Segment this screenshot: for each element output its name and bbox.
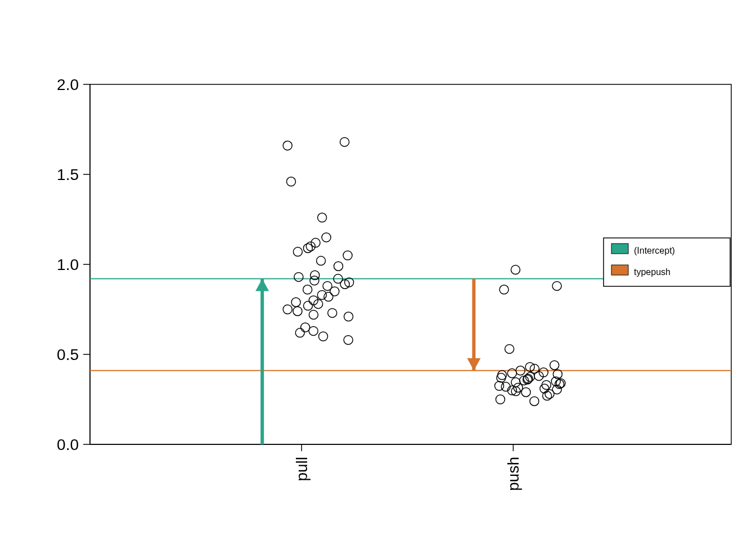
data-point xyxy=(496,395,505,404)
y-tick-2: 1.0 xyxy=(57,256,90,273)
x-tick-1: push xyxy=(505,444,522,491)
y-tick-label-2: 1.0 xyxy=(57,256,79,273)
data-point xyxy=(293,248,302,256)
data-point xyxy=(294,272,303,281)
data-point xyxy=(317,290,326,299)
data-point xyxy=(330,287,339,296)
data-point xyxy=(309,310,318,320)
y-tick-label-3: 1.5 xyxy=(57,166,79,183)
data-point xyxy=(505,344,514,353)
data-point xyxy=(318,213,327,222)
data-point xyxy=(343,251,352,260)
data-point xyxy=(511,266,520,274)
data-point xyxy=(545,389,554,398)
data-point xyxy=(550,361,559,370)
data-point xyxy=(328,308,337,317)
x-tick-0: pull xyxy=(293,444,310,482)
data-point xyxy=(291,298,300,307)
legend-item-0: (Intercept) xyxy=(611,244,675,255)
x-tick-label-0: pull xyxy=(293,457,310,482)
x-tick-label-1: push xyxy=(505,457,522,491)
data-point xyxy=(295,328,304,338)
legend: (Intercept) typepush xyxy=(604,238,730,286)
data-point xyxy=(322,233,331,242)
data-point xyxy=(283,305,292,314)
data-point xyxy=(311,238,320,248)
y-tick-label-1: 0.5 xyxy=(57,346,79,363)
svg-marker-10 xyxy=(467,358,480,371)
data-point xyxy=(301,323,310,332)
data-point xyxy=(340,137,349,146)
svg-marker-8 xyxy=(255,279,269,291)
legend-swatch-intercept xyxy=(611,244,628,254)
data-point xyxy=(334,262,343,271)
data-point xyxy=(304,302,313,310)
typepush-arrow xyxy=(467,279,480,371)
data-point xyxy=(344,312,353,321)
intercept-arrow xyxy=(255,279,269,444)
legend-label-0: (Intercept) xyxy=(634,246,675,255)
chart-container: 0.0 0.5 1.0 1.5 2.0 pull push xyxy=(0,0,756,540)
data-point xyxy=(324,292,333,302)
data-point xyxy=(511,378,520,387)
y-tick-0: 0.0 xyxy=(57,436,90,453)
data-point xyxy=(303,244,312,253)
data-point xyxy=(286,177,295,186)
legend-label-1: typepush xyxy=(634,267,670,277)
data-point xyxy=(521,388,530,397)
y-tick-label-0: 0.0 xyxy=(57,436,79,453)
data-point xyxy=(552,281,561,290)
legend-item-1: typepush xyxy=(611,265,670,277)
data-point xyxy=(500,285,508,294)
legend-swatch-typepush xyxy=(611,265,628,275)
data-point xyxy=(344,335,353,344)
data-point xyxy=(495,381,504,390)
data-point xyxy=(306,242,315,251)
data-point xyxy=(303,285,312,294)
data-point xyxy=(310,276,319,285)
points-pull xyxy=(283,137,353,344)
y-tick-1: 0.5 xyxy=(57,346,90,363)
data-point xyxy=(319,332,328,341)
data-point xyxy=(283,141,292,150)
chart-svg: 0.0 0.5 1.0 1.5 2.0 pull push xyxy=(0,0,756,540)
y-tick-3: 1.5 xyxy=(57,166,90,183)
data-point xyxy=(293,307,302,316)
y-tick-4: 2.0 xyxy=(57,76,90,93)
data-point xyxy=(317,256,326,266)
y-tick-label-4: 2.0 xyxy=(57,76,79,93)
points-push xyxy=(495,266,565,406)
data-point xyxy=(309,326,318,335)
data-point xyxy=(530,397,539,406)
